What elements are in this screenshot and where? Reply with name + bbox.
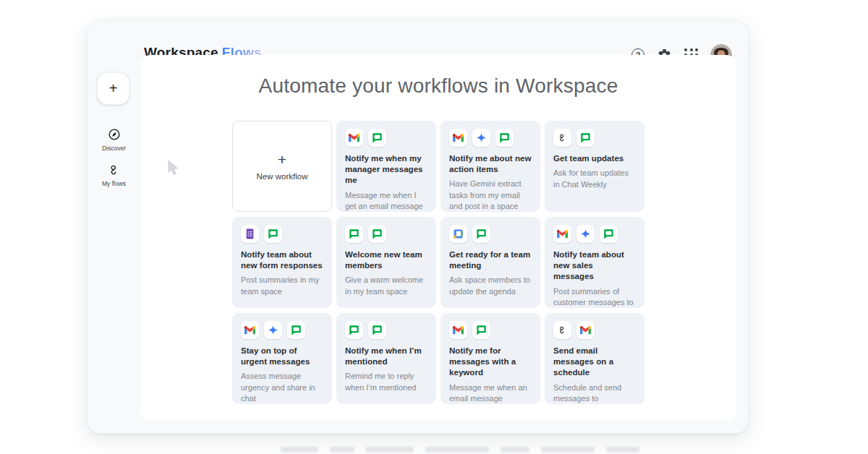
chat-icon [472, 321, 490, 339]
card-title: Notify team about new sales messages [553, 249, 636, 283]
card-description: Post summaries of customer messages to m… [553, 286, 636, 308]
chat-icon [345, 225, 363, 243]
chat-icon [600, 225, 618, 243]
screen: WorkspaceFlows ? [0, 0, 868, 454]
flows-icon [553, 321, 571, 339]
flows-squiggle-icon [107, 163, 122, 177]
card-description: Schedule and send messages to customers [553, 382, 636, 404]
chat-icon [472, 225, 490, 243]
gmail-icon [553, 225, 571, 243]
card-app-icons [553, 225, 636, 243]
card-app-icons [449, 129, 532, 147]
workflow-template-card[interactable]: Get ready for a team meeting Ask space m… [441, 217, 540, 308]
main-panel: Automate your workflows in Workspace + N… [140, 55, 736, 421]
gemini-icon [576, 225, 595, 243]
card-app-icons [553, 321, 636, 339]
card-app-icons [449, 321, 532, 339]
card-description: Have Gemini extract tasks from my email … [449, 179, 532, 212]
card-app-icons [449, 225, 532, 243]
card-description: Post summaries in my team space [241, 275, 323, 297]
new-workflow-label: New workflow [257, 172, 308, 181]
card-app-icons [241, 225, 323, 243]
card-title: Notify me when my manager messages me [345, 153, 427, 187]
gemini-icon [264, 321, 282, 339]
workflow-template-card[interactable]: Send email messages on a schedule Schedu… [545, 313, 644, 404]
card-title: Welcome new team members [345, 249, 427, 271]
workflow-template-card[interactable]: Notify me when my manager messages me Me… [336, 121, 436, 212]
card-description: Ask for team updates in Chat Weekly [553, 168, 636, 190]
workflow-template-card[interactable]: Notify me for messages with a keyword Me… [441, 313, 540, 404]
gmail-icon [241, 321, 259, 339]
sidebar-label-discover: Discover [102, 145, 126, 152]
sidebar-item-discover[interactable]: Discover [88, 127, 140, 152]
gmail-icon [449, 321, 467, 339]
card-description: Message me when an email message contain… [449, 382, 532, 404]
gmail-icon [449, 129, 467, 147]
card-title: Notify me about new action items [449, 153, 532, 175]
workflow-template-card[interactable]: Notify me when I’m mentioned Remind me t… [336, 313, 436, 404]
forms-icon [241, 225, 259, 243]
chat-icon [368, 321, 386, 339]
cropped-bottom-text [281, 447, 639, 453]
page-title: Automate your workflows in Workspace [140, 74, 736, 98]
workflow-template-card[interactable]: Notify me about new action items Have Ge… [441, 121, 540, 212]
chat-icon [576, 129, 595, 147]
card-title: Send email messages on a schedule [553, 346, 636, 379]
card-description: Assess message urgency and share in chat [241, 371, 323, 404]
new-workflow-card[interactable]: + New workflow [232, 121, 332, 212]
sidebar-item-my-flows[interactable]: My flows [88, 163, 140, 187]
workflow-template-card[interactable]: Welcome new team members Give a warm wel… [336, 217, 436, 308]
card-description: Ask space members to update the agenda [449, 275, 532, 297]
card-title: Get ready for a team meeting [449, 249, 532, 271]
plus-icon: + [278, 152, 286, 167]
chat-icon [287, 321, 305, 339]
card-app-icons [553, 129, 636, 147]
calendar-icon [449, 225, 467, 243]
workflow-card-grid: + New workflow Notify me when my manager… [232, 121, 644, 404]
card-description: Remind me to reply when I’m mentioned [345, 371, 427, 393]
chat-icon [368, 225, 386, 243]
gmail-icon [345, 129, 363, 147]
card-app-icons [345, 225, 427, 243]
compass-icon [107, 127, 122, 142]
card-title: Notify team about new form responses [241, 249, 323, 271]
card-app-icons [345, 129, 427, 147]
card-title: Notify me for messages with a keyword [449, 346, 532, 379]
card-app-icons [345, 321, 427, 339]
card-description: Give a warm welcome in my team space [345, 275, 427, 297]
card-title: Notify me when I’m mentioned [345, 346, 427, 367]
chat-icon [495, 129, 514, 147]
card-title: Get team updates [553, 153, 636, 164]
card-app-icons [241, 321, 323, 339]
workflow-template-card[interactable]: Stay on top of urgent messages Assess me… [232, 313, 332, 404]
chat-icon [264, 225, 282, 243]
card-title: Stay on top of urgent messages [241, 346, 323, 367]
gmail-icon [576, 321, 595, 339]
new-flow-button[interactable]: + [97, 72, 129, 105]
card-description: Message me when I get an email message f… [345, 190, 427, 212]
workflow-template-card[interactable]: Get team updates Ask for team updates in… [545, 121, 644, 212]
chat-icon [345, 321, 363, 339]
workflow-template-card[interactable]: Notify team about new form responses Pos… [232, 217, 332, 308]
chat-icon [368, 129, 386, 147]
sidebar-label-my-flows: My flows [102, 180, 126, 187]
flows-icon [553, 129, 571, 147]
gemini-icon [472, 129, 490, 147]
workspace-flows-window: WorkspaceFlows ? [87, 20, 749, 434]
workflow-template-card[interactable]: Notify team about new sales messages Pos… [545, 217, 644, 308]
